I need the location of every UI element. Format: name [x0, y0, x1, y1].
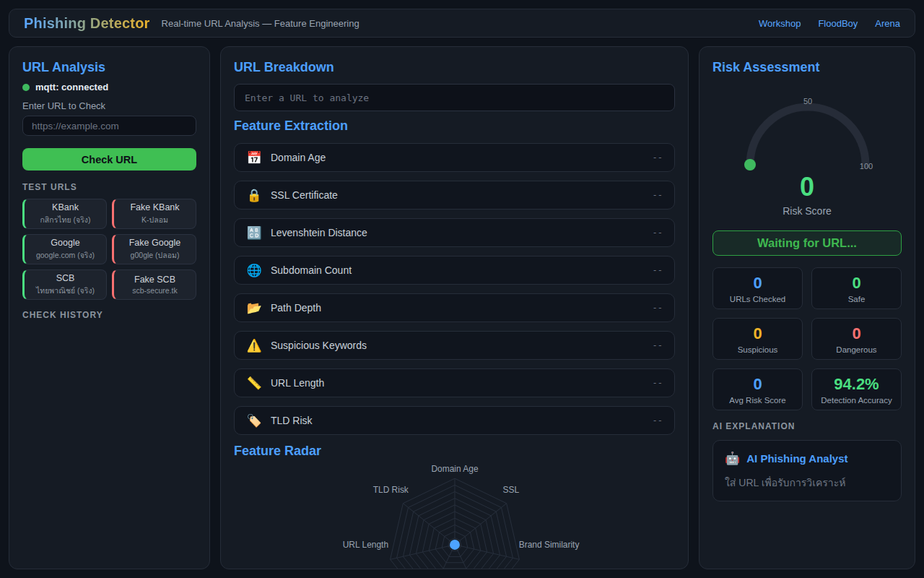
- radar-axis-ssl: SSL: [502, 485, 519, 495]
- robot-icon: 🤖: [725, 451, 740, 466]
- stat-label: Suspicious: [738, 345, 778, 354]
- stat-suspicious: 0 Suspicious: [712, 318, 803, 360]
- risk-score-value: 0: [712, 172, 902, 202]
- feature-label: URL Length: [271, 377, 324, 389]
- check-history-heading: CHECK HISTORY: [22, 310, 196, 320]
- gauge-svg: 0 50 100: [712, 95, 903, 175]
- feature-radar-chart: Domain Age SSL Brand Similarity URL Leng…: [234, 462, 675, 569]
- ai-analyst-title: AI Phishing Analyst: [746, 452, 847, 465]
- radar-axis-url-length: URL Length: [343, 540, 388, 550]
- stat-value: 94.2%: [834, 375, 879, 394]
- test-url-kbank[interactable]: KBank กสิกรไทย (จริง): [22, 199, 107, 229]
- folder-icon: 📂: [246, 301, 262, 316]
- ruler-icon: 📏: [246, 376, 262, 391]
- url-check-input[interactable]: [22, 116, 196, 136]
- feature-row-path-depth: 📂 Path Depth --: [234, 293, 675, 322]
- calendar-icon: 📅: [246, 150, 262, 165]
- test-url-detail: กสิกรไทย (จริง): [27, 214, 103, 226]
- ai-analyst-message: ใส่ URL เพื่อรับการวิเคราะห์: [725, 475, 889, 491]
- nav-link-arena[interactable]: Arena: [875, 18, 900, 29]
- check-url-button[interactable]: Check URL: [22, 148, 196, 171]
- ai-analyst-card: 🤖 AI Phishing Analyst ใส่ URL เพื่อรับกา…: [712, 440, 902, 501]
- feature-value: --: [653, 228, 663, 238]
- feature-row-keywords: ⚠️ Suspicious Keywords --: [234, 331, 675, 360]
- url-breakdown-title: URL Breakdown: [234, 60, 675, 75]
- radar-data-point: [450, 540, 460, 550]
- analyze-url-input[interactable]: [234, 84, 675, 111]
- feature-label: Domain Age: [271, 152, 326, 163]
- gauge-tick-100: 100: [860, 162, 873, 171]
- test-url-detail: ไทยพาณิชย์ (จริง): [27, 285, 103, 297]
- test-url-google[interactable]: Google google.com (จริง): [22, 234, 107, 264]
- feature-row-tld-risk: 🏷️ TLD Risk --: [234, 406, 675, 435]
- stat-value: 0: [753, 324, 762, 343]
- stat-value: 0: [852, 274, 860, 293]
- stat-dangerous: 0 Dangerous: [811, 318, 902, 360]
- stat-label: Safe: [848, 295, 866, 303]
- test-url-name: Google: [27, 238, 103, 248]
- feature-label: Suspicious Keywords: [271, 340, 367, 351]
- nav-link-floodboy[interactable]: FloodBoy: [818, 18, 858, 29]
- navbar: Phishing Detector Real-time URL Analysis…: [9, 9, 915, 38]
- abcd-icon: 🔠: [246, 225, 262, 241]
- test-url-name: Fake SCB: [117, 275, 193, 285]
- connection-status-dot-icon: [22, 84, 30, 91]
- feature-value: --: [653, 265, 663, 275]
- test-url-name: SCB: [27, 273, 103, 283]
- risk-assessment-title: Risk Assessment: [712, 60, 902, 75]
- radar-svg: Domain Age SSL Brand Similarity URL Leng…: [234, 462, 675, 569]
- test-url-fake-kbank[interactable]: Fake KBank K-ปลอม: [112, 199, 196, 229]
- test-url-detail: google.com (จริง): [27, 249, 103, 262]
- stat-label: Detection Accuracy: [821, 396, 892, 405]
- test-url-fake-scb[interactable]: Fake SCB scb-secure.tk: [112, 269, 196, 300]
- nav-link-workshop[interactable]: Workshop: [759, 18, 801, 29]
- feature-label: SSL Certificate: [271, 189, 338, 201]
- status-badge-text: Waiting for URL...: [757, 236, 857, 250]
- page: Phishing Detector Real-time URL Analysis…: [0, 0, 924, 578]
- feature-list: 📅 Domain Age -- 🔒 SSL Certificate -- 🔠 L…: [234, 143, 675, 435]
- mqtt-status: mqtt: connected: [22, 82, 196, 92]
- radar-axis-brand-similarity: Brand Similarity: [519, 540, 580, 550]
- stats-grid: 0 URLs Checked 0 Safe 0 Suspicious 0 Dan…: [712, 267, 902, 410]
- test-url-detail: g00gle (ปลอม): [117, 249, 193, 262]
- test-urls-heading: TEST URLS: [22, 182, 196, 192]
- test-url-fake-google[interactable]: Fake Google g00gle (ปลอม): [112, 234, 196, 264]
- feature-label: TLD Risk: [271, 415, 313, 426]
- warning-icon: ⚠️: [246, 338, 262, 353]
- mqtt-status-label: mqtt: connected: [35, 82, 108, 92]
- test-url-detail: K-ปลอม: [117, 214, 193, 226]
- test-url-name: KBank: [27, 202, 103, 212]
- test-url-scb[interactable]: SCB ไทยพาณิชย์ (จริง): [22, 269, 107, 300]
- stat-urls-checked: 0 URLs Checked: [712, 267, 803, 309]
- globe-icon: 🌐: [246, 263, 262, 278]
- stat-value: 0: [852, 324, 860, 343]
- lock-icon: 🔒: [246, 188, 262, 203]
- stat-detection-accuracy: 94.2% Detection Accuracy: [811, 368, 902, 410]
- gauge-tick-50: 50: [803, 97, 812, 105]
- feature-extraction-title: Feature Extraction: [234, 118, 675, 134]
- gauge-track-arc: [750, 107, 866, 165]
- app-subtitle: Real-time URL Analysis — Feature Enginee…: [162, 18, 359, 29]
- stat-avg-risk: 0 Avg Risk Score: [712, 368, 803, 410]
- gauge-needle-dot: [744, 159, 756, 171]
- ai-explanation-heading: AI EXPLANATION: [712, 421, 902, 431]
- risk-assessment-panel: Risk Assessment 0 50 100 0 Risk Score Wa…: [699, 46, 915, 569]
- stat-label: Dangerous: [836, 345, 876, 354]
- url-breakdown-panel: URL Breakdown Feature Extraction 📅 Domai…: [220, 46, 689, 569]
- feature-label: Levenshtein Distance: [271, 227, 367, 238]
- status-badge: Waiting for URL...: [712, 230, 902, 256]
- feature-row-levenshtein: 🔠 Levenshtein Distance --: [234, 218, 675, 247]
- app-logo: Phishing Detector: [24, 15, 150, 32]
- feature-label: Path Depth: [271, 302, 321, 314]
- test-url-name: Fake KBank: [117, 202, 193, 212]
- stat-value: 0: [753, 274, 762, 293]
- main-content: URL Analysis mqtt: connected Enter URL t…: [9, 46, 915, 569]
- feature-row-url-length: 📏 URL Length --: [234, 368, 675, 397]
- feature-row-subdomain: 🌐 Subdomain Count --: [234, 256, 675, 285]
- feature-value: --: [653, 152, 663, 163]
- feature-value: --: [653, 190, 663, 200]
- risk-score-label: Risk Score: [712, 205, 902, 217]
- feature-value: --: [653, 415, 663, 426]
- feature-value: --: [653, 303, 663, 313]
- feature-value: --: [653, 340, 663, 350]
